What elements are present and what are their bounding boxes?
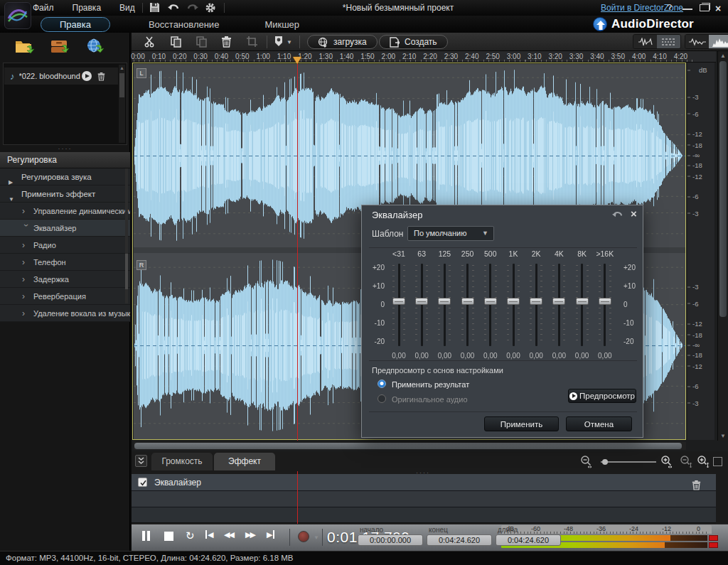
- rewind-button[interactable]: ◀◀: [224, 530, 233, 539]
- media-list-item[interactable]: ♪ *022. bloodhound .: [4, 68, 118, 85]
- menu-Правка[interactable]: Правка: [73, 3, 102, 13]
- collapse-panel-button[interactable]: [135, 455, 147, 467]
- pause-button[interactable]: [142, 531, 150, 544]
- multi-wave-view-icon[interactable]: [657, 35, 680, 48]
- hscroll-thumb[interactable]: [134, 443, 682, 449]
- eq-slider-handle[interactable]: [576, 298, 589, 305]
- horizontal-scrollbar[interactable]: [134, 442, 686, 450]
- effect-track-row[interactable]: Эквалайзер: [132, 474, 716, 491]
- tab-Восстановление[interactable]: Восстановление: [141, 18, 226, 31]
- dialog-close-icon[interactable]: ×: [631, 208, 637, 220]
- import-file-icon[interactable]: [14, 37, 36, 56]
- eq-slider-handle[interactable]: [461, 298, 474, 305]
- preview-button[interactable]: Предпросмотр: [568, 389, 636, 403]
- go-to-start-button[interactable]: ◀: [205, 530, 213, 539]
- restore-button[interactable]: [700, 4, 710, 11]
- eq-slider-track[interactable]: [513, 264, 515, 346]
- fast-forward-button[interactable]: ▶▶: [245, 530, 255, 539]
- redo-icon[interactable]: [186, 2, 199, 14]
- eq-slider-handle[interactable]: [530, 298, 542, 305]
- clip-indicator-left[interactable]: [709, 535, 718, 541]
- go-to-end-button[interactable]: ▶: [267, 530, 274, 539]
- tab-Эффект[interactable]: Эффект: [214, 453, 275, 470]
- import-media-icon[interactable]: [50, 37, 71, 56]
- eq-slider-handle[interactable]: [415, 298, 428, 305]
- field-value[interactable]: 0:00:00.000: [358, 534, 423, 546]
- zoom-in-vertical-icon[interactable]: [696, 455, 710, 469]
- apply-button[interactable]: Применить: [484, 416, 559, 431]
- eq-slider-track[interactable]: [444, 264, 446, 346]
- delete-effect-icon[interactable]: [692, 480, 702, 490]
- tree-item-Удаление вокала из музыки[interactable]: ›Удаление вокала из музыки: [0, 305, 130, 322]
- effect-enabled-checkbox[interactable]: [138, 478, 147, 487]
- tab-Правка[interactable]: Правка: [41, 17, 110, 32]
- paste-icon[interactable]: [196, 36, 208, 48]
- tree-group-Регулировка звука[interactable]: ▶Регулировка звука: [0, 168, 130, 185]
- minimize-button[interactable]: [682, 4, 692, 10]
- stop-button[interactable]: [164, 531, 173, 544]
- zoom-slider-handle[interactable]: [602, 459, 608, 465]
- tree-item-Радио[interactable]: ›Радио: [0, 237, 130, 254]
- eq-slider-handle[interactable]: [392, 298, 405, 305]
- close-button[interactable]: ×: [715, 3, 721, 14]
- tree-item-Эквалайзер[interactable]: ›Эквалайзер: [0, 220, 130, 237]
- loop-button[interactable]: ↻: [186, 529, 195, 542]
- tree-item-Задержка[interactable]: ›Задержка: [0, 271, 130, 288]
- delete-icon[interactable]: [221, 36, 234, 48]
- eq-slider-track[interactable]: [421, 264, 423, 346]
- menu-Вид[interactable]: Вид: [119, 3, 135, 13]
- download-from-directorzone-icon[interactable]: [85, 37, 107, 56]
- vertical-scrollbar[interactable]: ▲ ▼: [717, 51, 727, 441]
- eq-slider-track[interactable]: [535, 264, 537, 346]
- playhead-marker[interactable]: [293, 57, 301, 64]
- zoom-in-horizontal-icon[interactable]: [660, 455, 674, 469]
- marker-icon[interactable]: [274, 36, 287, 48]
- settings-gear-icon[interactable]: [205, 2, 218, 14]
- apply-result-radio[interactable]: [378, 380, 386, 388]
- cancel-button[interactable]: Отмена: [566, 416, 632, 431]
- eq-slider-handle[interactable]: [599, 298, 611, 305]
- create-button[interactable]: Создать: [379, 35, 448, 49]
- timeline-ruler[interactable]: 0:000:100:200:300:400:501:001:101:201:30…: [132, 51, 716, 63]
- tree-group-Применить эффект[interactable]: ▼Применить эффект: [0, 185, 130, 203]
- eq-slider-handle[interactable]: [552, 298, 565, 305]
- fit-view-icon[interactable]: [713, 457, 722, 466]
- waveform-view-icon[interactable]: [685, 35, 709, 48]
- save-icon[interactable]: [149, 2, 162, 14]
- preset-dropdown[interactable]: По умолчанию ▼: [407, 226, 494, 241]
- trim-icon[interactable]: [246, 36, 259, 48]
- zoom-out-horizontal-icon[interactable]: [579, 455, 594, 469]
- original-audio-radio[interactable]: [378, 394, 386, 403]
- play-preview-icon[interactable]: [82, 71, 92, 81]
- clip-indicator-right[interactable]: [709, 542, 718, 548]
- tab-Громкость[interactable]: Громкость: [151, 453, 213, 470]
- reset-icon[interactable]: [612, 210, 623, 220]
- tab-Микшер[interactable]: Микшер: [257, 18, 306, 31]
- eq-slider-track[interactable]: [558, 264, 560, 346]
- tree-scrollbar[interactable]: [125, 168, 128, 303]
- zoom-out-vertical-icon[interactable]: [679, 455, 693, 469]
- tree-item-Реверберация[interactable]: ›Реверберация: [0, 288, 130, 305]
- tree-item-Управление динамическим[interactable]: ›Управление динамическим: [0, 203, 130, 220]
- field-value[interactable]: 0:04:24.620: [427, 534, 492, 546]
- undo-icon[interactable]: [168, 2, 181, 14]
- record-caret-icon[interactable]: ▼: [314, 534, 319, 541]
- zoom-slider[interactable]: [601, 461, 656, 463]
- record-button[interactable]: [298, 531, 309, 542]
- eq-slider-track[interactable]: [398, 264, 400, 346]
- eq-slider-track[interactable]: [604, 264, 606, 346]
- field-value[interactable]: 0:04:24.620: [496, 534, 561, 546]
- tree-scroll-thumb[interactable]: [125, 254, 128, 289]
- eq-slider-track[interactable]: [466, 264, 469, 346]
- copy-icon[interactable]: [170, 36, 183, 48]
- marker-dropdown-caret[interactable]: ▼: [287, 39, 292, 45]
- eq-slider-track[interactable]: [489, 264, 491, 346]
- cut-icon[interactable]: [144, 36, 157, 48]
- delete-file-icon[interactable]: [97, 72, 105, 81]
- help-button[interactable]: ?: [667, 2, 672, 13]
- single-wave-view-icon[interactable]: [633, 35, 657, 48]
- tree-item-Телефон[interactable]: ›Телефон: [0, 254, 130, 271]
- eq-slider-handle[interactable]: [438, 298, 451, 305]
- vscroll-thumb[interactable]: [719, 61, 727, 317]
- panel-splitter[interactable]: ····: [0, 146, 130, 152]
